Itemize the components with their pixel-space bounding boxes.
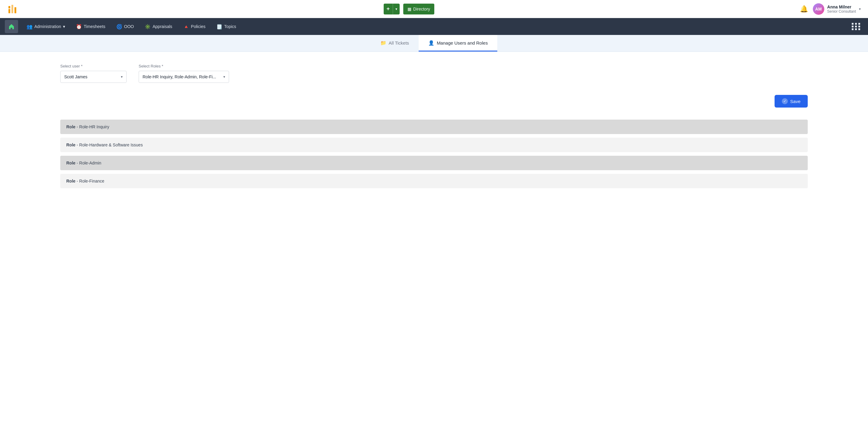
nav-item-topics[interactable]: 🗒️ Topics xyxy=(212,22,241,32)
svg-rect-0 xyxy=(8,9,10,13)
select-user-arrow-icon: ▾ xyxy=(121,75,123,79)
grid-dot xyxy=(855,23,857,25)
role-separator: - xyxy=(76,161,79,165)
grid-dot xyxy=(858,26,860,27)
nav-item-appraisals-label: Appraisals xyxy=(153,24,172,29)
role-item-admin: Role - Role-Admin xyxy=(60,156,808,170)
role-prefix: Role xyxy=(66,125,75,129)
top-bar-center: + ▾ ▦ Directory xyxy=(384,4,435,14)
role-prefix: Role xyxy=(66,179,75,183)
manage-users-roles-icon: 👤 xyxy=(428,40,434,46)
select-roles-arrow-icon: ▾ xyxy=(223,75,225,79)
nav-bar: 👥 Administration ▾ ⏰ Timesheets 🌀 OOO ✳️… xyxy=(0,18,868,35)
nav-item-policies[interactable]: 🔺 Policies xyxy=(179,22,210,32)
appraisals-icon: ✳️ xyxy=(145,24,151,30)
select-user-dropdown[interactable]: Scott James ▾ xyxy=(60,71,127,83)
nav-item-timesheets-label: Timesheets xyxy=(84,24,105,29)
role-separator: - xyxy=(76,179,79,183)
administration-dropdown-icon: ▾ xyxy=(63,24,65,29)
role-item-hr-inquiry: Role - Role-HR Inquiry xyxy=(60,120,808,134)
form-section: Select user * Scott James ▾ Select Roles… xyxy=(60,64,808,83)
select-roles-dropdown[interactable]: Role-HR Inquiry, Role-Admin, Role-Fi... … xyxy=(138,71,229,83)
tab-manage-users-roles-label: Manage Users and Roles xyxy=(437,40,488,45)
grid-dot xyxy=(855,26,857,27)
add-button[interactable]: + ▾ xyxy=(384,4,400,14)
home-icon xyxy=(8,23,15,30)
top-bar-right: 🔔 AM Anna Milner Senior Consultant ▾ xyxy=(800,3,861,15)
save-checkmark-icon: ✓ xyxy=(782,98,788,104)
select-user-label: Select user * xyxy=(60,64,127,68)
directory-icon: ▦ xyxy=(407,7,411,11)
topics-icon: 🗒️ xyxy=(216,24,222,30)
user-dropdown-arrow-icon: ▾ xyxy=(859,7,861,11)
role-name: Role-Hardware & Software Issues xyxy=(79,142,143,147)
nav-item-policies-label: Policies xyxy=(191,24,206,29)
save-row: ✓ Save xyxy=(60,95,808,107)
nav-grid-button[interactable] xyxy=(849,21,863,33)
select-roles-group: Select Roles * Role-HR Inquiry, Role-Adm… xyxy=(138,64,229,83)
save-button[interactable]: ✓ Save xyxy=(775,95,808,107)
grid-dot xyxy=(855,28,857,30)
grid-dot xyxy=(852,23,854,25)
role-name: Role-HR Inquiry xyxy=(79,125,110,129)
svg-rect-2 xyxy=(11,5,13,13)
nav-item-topics-label: Topics xyxy=(224,24,236,29)
selected-user-value: Scott James xyxy=(64,74,87,79)
role-name: Role-Admin xyxy=(79,161,101,165)
logo-icon xyxy=(7,4,18,14)
user-role: Senior Consultant xyxy=(827,9,856,13)
tab-bar: 📁 All Tickets 👤 Manage Users and Roles xyxy=(0,35,868,52)
avatar-initials: AM xyxy=(815,7,822,11)
selected-roles-value: Role-HR Inquiry, Role-Admin, Role-Fi... xyxy=(143,74,216,79)
select-roles-label: Select Roles * xyxy=(138,64,229,68)
nav-item-ooo[interactable]: 🌀 OOO xyxy=(112,22,139,32)
nav-item-appraisals[interactable]: ✳️ Appraisals xyxy=(140,22,177,32)
all-tickets-icon: 📁 xyxy=(380,40,386,46)
tab-manage-users-roles[interactable]: 👤 Manage Users and Roles xyxy=(418,35,497,52)
nav-item-administration-label: Administration xyxy=(34,24,61,29)
top-bar-left xyxy=(7,4,18,14)
top-bar: + ▾ ▦ Directory 🔔 AM Anna Milner Senior … xyxy=(0,0,868,18)
nav-home-button[interactable] xyxy=(5,20,18,33)
svg-rect-1 xyxy=(8,6,10,8)
ooo-icon: 🌀 xyxy=(116,24,122,30)
avatar: AM xyxy=(813,3,824,15)
save-button-label: Save xyxy=(790,99,801,104)
nav-item-ooo-label: OOO xyxy=(124,24,134,29)
nav-item-administration[interactable]: 👥 Administration ▾ xyxy=(22,22,70,32)
role-item-finance: Role - Role-Finance xyxy=(60,174,808,188)
role-prefix: Role xyxy=(66,142,75,147)
role-list: Role - Role-HR Inquiry Role - Role-Hardw… xyxy=(60,120,808,188)
role-name: Role-Finance xyxy=(79,179,104,183)
grid-dot xyxy=(858,23,860,25)
timesheets-icon: ⏰ xyxy=(76,24,82,30)
tab-all-tickets[interactable]: 📁 All Tickets xyxy=(371,35,419,52)
role-item-hardware-software: Role - Role-Hardware & Software Issues xyxy=(60,138,808,152)
tab-all-tickets-label: All Tickets xyxy=(389,40,409,45)
policies-icon: 🔺 xyxy=(183,24,189,30)
user-name: Anna Milner xyxy=(827,4,856,9)
add-plus-icon: + xyxy=(384,4,393,14)
user-info[interactable]: AM Anna Milner Senior Consultant ▾ xyxy=(813,3,861,15)
role-separator: - xyxy=(76,125,79,129)
directory-button[interactable]: ▦ Directory xyxy=(403,4,434,14)
add-arrow-icon: ▾ xyxy=(393,4,400,14)
user-text: Anna Milner Senior Consultant xyxy=(827,4,856,13)
grid-dot xyxy=(858,28,860,30)
svg-rect-3 xyxy=(14,7,16,13)
directory-label: Directory xyxy=(413,7,430,11)
role-separator: - xyxy=(76,142,79,147)
nav-item-timesheets[interactable]: ⏰ Timesheets xyxy=(71,22,110,32)
notification-bell-icon[interactable]: 🔔 xyxy=(800,5,808,13)
grid-dot xyxy=(852,28,854,30)
grid-dot xyxy=(852,26,854,27)
role-prefix: Role xyxy=(66,161,75,165)
administration-icon: 👥 xyxy=(27,24,33,30)
main-content: Select user * Scott James ▾ Select Roles… xyxy=(0,52,868,438)
select-user-group: Select user * Scott James ▾ xyxy=(60,64,127,83)
